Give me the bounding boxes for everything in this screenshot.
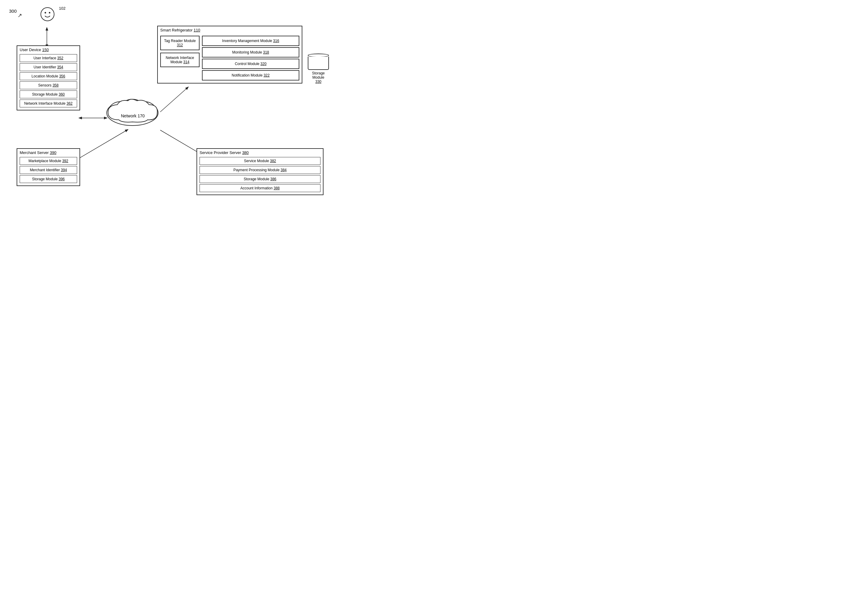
svg-point-17 bbox=[49, 12, 51, 14]
cylinder-body bbox=[308, 57, 329, 70]
user-device-id: 150 bbox=[42, 48, 49, 52]
svg-line-5 bbox=[76, 130, 127, 160]
module-network-314: Network Interface Module 314 bbox=[160, 53, 200, 67]
smart-fridge-id: 110 bbox=[194, 28, 200, 33]
service-provider-title: Service Provider Server 380 bbox=[197, 149, 323, 156]
module-storage-386: Storage Module 386 bbox=[200, 175, 321, 183]
person-figure bbox=[39, 6, 56, 23]
svg-point-15 bbox=[41, 8, 54, 21]
storage-cylinder-330: StorageModule330 bbox=[306, 54, 330, 84]
module-inventory: Inventory Management Module 316 bbox=[202, 36, 299, 46]
module-location: Location Module 356 bbox=[20, 72, 77, 80]
merchant-server-id: 390 bbox=[50, 151, 57, 155]
svg-point-7 bbox=[107, 100, 158, 126]
module-user-interface: User Interface 352 bbox=[20, 54, 77, 62]
label-300: 300 bbox=[9, 8, 17, 14]
svg-point-16 bbox=[45, 12, 46, 14]
module-storage-396: Storage Module 396 bbox=[20, 175, 77, 183]
module-service-382: Service Module 382 bbox=[200, 157, 321, 165]
module-network-362: Network Interface Module 362 bbox=[20, 99, 77, 107]
module-tag-reader: Tag Reader Module 312 bbox=[160, 36, 200, 50]
module-merchant-id: Merchant Identifier 394 bbox=[20, 166, 77, 174]
fridge-left-modules: Tag Reader Module 312 Network Interface … bbox=[160, 36, 200, 81]
module-marketplace: Marketplace Module 392 bbox=[20, 157, 77, 165]
smart-fridge-title: Smart Refrigerator 110 bbox=[158, 26, 302, 33]
module-user-identifier: User Identifier 354 bbox=[20, 63, 77, 71]
user-device-box: User Device 150 User Interface 352 User … bbox=[17, 45, 80, 110]
diagram: 300 ↗ 102 Network 170 User Device 150 Us… bbox=[0, 0, 333, 236]
module-notification: Notification Module 322 bbox=[202, 70, 299, 81]
merchant-server-title: Merchant Server 390 bbox=[17, 149, 79, 156]
svg-line-4 bbox=[160, 88, 188, 112]
network-label: Network 170 bbox=[121, 113, 145, 118]
service-provider-id: 380 bbox=[242, 151, 249, 155]
module-sensors: Sensors 358 bbox=[20, 81, 77, 89]
module-control: Control Module 320 bbox=[202, 59, 299, 69]
merchant-server-box: Merchant Server 390 Marketplace Module 3… bbox=[17, 148, 80, 186]
module-storage-360: Storage Module 360 bbox=[20, 90, 77, 98]
service-provider-box: Service Provider Server 380 Service Modu… bbox=[197, 148, 324, 195]
label-102: 102 bbox=[59, 6, 66, 11]
person-svg bbox=[39, 6, 56, 23]
fridge-right-modules: Inventory Management Module 316 Monitori… bbox=[202, 36, 299, 81]
module-payment: Payment Processing Module 384 bbox=[200, 166, 321, 174]
cylinder-label: StorageModule330 bbox=[312, 71, 325, 84]
smart-fridge-box: Smart Refrigerator 110 Tag Reader Module… bbox=[157, 26, 302, 84]
arrow-300: ↗ bbox=[17, 12, 22, 19]
user-device-title: User Device 150 bbox=[17, 46, 79, 53]
module-account-info: Account Information 388 bbox=[200, 184, 321, 192]
module-monitoring: Monitoring Module 318 bbox=[202, 47, 299, 57]
